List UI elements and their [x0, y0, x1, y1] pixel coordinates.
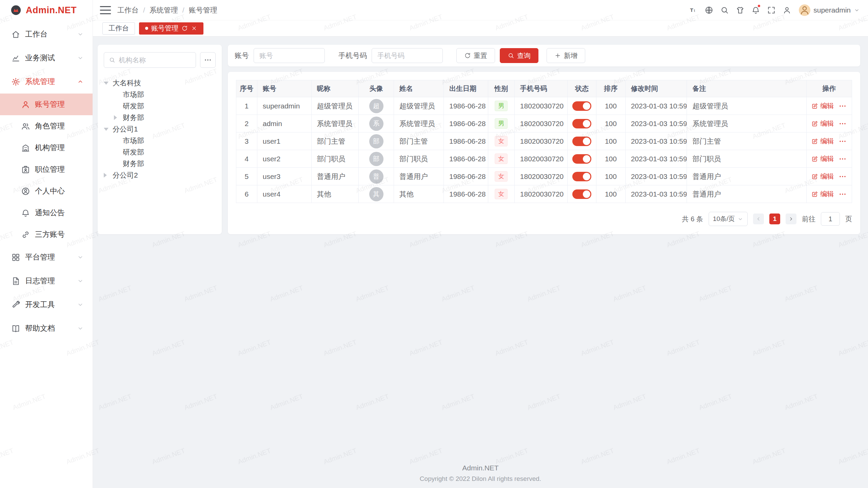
- prev-page-button[interactable]: [753, 214, 764, 224]
- edit-button[interactable]: 编辑: [811, 119, 834, 128]
- account-filter-input[interactable]: [254, 48, 325, 63]
- sidebar-item-help-doc[interactable]: 帮助文档: [0, 317, 93, 340]
- avatar: [799, 4, 810, 16]
- cell-birth: 1986-06-28: [443, 185, 488, 203]
- sidebar-item-org-manage[interactable]: 机构管理: [0, 137, 93, 159]
- status-toggle[interactable]: [572, 119, 591, 128]
- tree-node[interactable]: 研发部: [104, 100, 216, 112]
- sidebar-item-account-manage[interactable]: 账号管理: [0, 94, 93, 115]
- edit-button[interactable]: 编辑: [811, 189, 834, 199]
- tree-more-button[interactable]: [200, 52, 216, 68]
- status-toggle[interactable]: [572, 101, 591, 111]
- edit-button[interactable]: 编辑: [811, 172, 834, 181]
- menu-item-label: 角色管理: [35, 121, 84, 131]
- org-search-input[interactable]: [119, 56, 191, 64]
- cell-ops: 编辑: [806, 133, 852, 150]
- status-toggle[interactable]: [572, 137, 591, 146]
- tab-refresh-button[interactable]: [181, 25, 188, 32]
- close-icon: [191, 25, 197, 32]
- edit-button[interactable]: 编辑: [811, 101, 834, 110]
- sidebar-item-position-manage[interactable]: 职位管理: [0, 159, 93, 180]
- goto-page-input[interactable]: [821, 212, 840, 226]
- chevron-right-icon: [788, 216, 794, 222]
- breadcrumb-item[interactable]: 工作台: [117, 5, 139, 15]
- menu-item-label: 职位管理: [35, 164, 84, 175]
- status-toggle[interactable]: [572, 154, 591, 164]
- profile-button[interactable]: [780, 2, 794, 18]
- cell-avatar: 其: [359, 185, 394, 203]
- row-more-button[interactable]: [839, 137, 847, 145]
- row-more-button[interactable]: [839, 172, 847, 181]
- tree-expand-caret[interactable]: [104, 82, 113, 85]
- sidebar-item-personal-center[interactable]: 个人中心: [0, 180, 93, 202]
- tree-node[interactable]: 市场部: [104, 135, 216, 146]
- language-button[interactable]: [702, 2, 716, 18]
- hamburger-icon: [98, 3, 113, 17]
- menu-item-label: 平台管理: [25, 252, 72, 262]
- tree-node[interactable]: 分公司1: [104, 123, 216, 135]
- topbar-actions: Tt: [686, 2, 794, 18]
- next-page-button[interactable]: [786, 214, 796, 224]
- phone-filter-input[interactable]: [372, 48, 443, 63]
- profile-icon: [21, 187, 30, 196]
- tree-expand-caret[interactable]: [104, 173, 113, 178]
- tab-account-manage[interactable]: 账号管理: [139, 22, 203, 35]
- user-menu[interactable]: superadmin: [799, 4, 860, 16]
- sidebar-item-system-manage[interactable]: 系统管理: [0, 70, 93, 94]
- tree-node-label: 分公司1: [113, 124, 138, 134]
- edit-button[interactable]: 编辑: [811, 137, 834, 146]
- tree-node[interactable]: 市场部: [104, 89, 216, 100]
- grid-icon: [11, 253, 20, 262]
- cell-birth: 1986-06-28: [443, 150, 488, 168]
- sidebar-item-notice[interactable]: 通知公告: [0, 202, 93, 224]
- tree-expand-caret[interactable]: [104, 128, 113, 131]
- page-number-button[interactable]: 1: [769, 214, 780, 224]
- sidebar-item-dev-tools[interactable]: 开发工具: [0, 293, 93, 317]
- sidebar-item-role-manage[interactable]: 角色管理: [0, 115, 93, 137]
- cell-modified: 2023-01-03 10:59:44: [625, 115, 687, 133]
- hamburger-menu-button[interactable]: [98, 2, 113, 18]
- row-more-button[interactable]: [839, 155, 847, 163]
- edit-button[interactable]: 编辑: [811, 154, 834, 163]
- menu-item-label: 个人中心: [35, 186, 84, 196]
- sidebar-item-workbench[interactable]: 工作台: [0, 22, 93, 46]
- sidebar-item-log-manage[interactable]: 日志管理: [0, 269, 93, 293]
- cell-seq: 4: [236, 150, 257, 168]
- cell-gender: 女: [488, 133, 514, 150]
- cell-gender: 男: [488, 115, 514, 133]
- cell-sort: 100: [596, 115, 625, 133]
- tree-node[interactable]: 研发部: [104, 146, 216, 158]
- page-size-select[interactable]: 10条/页: [709, 212, 748, 226]
- tree-node[interactable]: 大名科技: [104, 77, 216, 89]
- sidebar-item-business-test[interactable]: 业务测试: [0, 46, 93, 70]
- fullscreen-button[interactable]: [764, 2, 778, 18]
- row-more-button[interactable]: [839, 102, 847, 110]
- tree-node[interactable]: 财务部: [104, 158, 216, 169]
- tree-node[interactable]: 分公司2: [104, 169, 216, 181]
- sidebar-item-platform-manage[interactable]: 平台管理: [0, 245, 93, 269]
- notifications-button[interactable]: [749, 2, 763, 18]
- status-toggle[interactable]: [572, 189, 591, 199]
- row-more-button[interactable]: [839, 190, 847, 198]
- cell-phone: 18020030720: [514, 185, 567, 203]
- status-toggle[interactable]: [572, 172, 591, 181]
- tree-node[interactable]: 财务部: [104, 112, 216, 123]
- cell-status: [567, 97, 596, 115]
- cell-account: superadmin: [257, 97, 311, 115]
- breadcrumb-item: 账号管理: [189, 5, 217, 15]
- tab-workbench[interactable]: 工作台: [102, 22, 135, 35]
- breadcrumb-item[interactable]: 系统管理: [150, 5, 178, 15]
- reset-button[interactable]: 重置: [456, 48, 495, 63]
- tab-close-button[interactable]: [191, 25, 197, 32]
- tree-expand-caret[interactable]: [114, 115, 123, 120]
- theme-button[interactable]: [733, 2, 747, 18]
- font-size-button[interactable]: Tt: [686, 2, 701, 18]
- query-button[interactable]: 查询: [500, 48, 538, 63]
- add-button[interactable]: 新增: [547, 48, 585, 63]
- logo[interactable]: Admin.NET: [0, 0, 93, 20]
- menu-item-label: 业务测试: [25, 53, 72, 63]
- row-more-button[interactable]: [839, 120, 847, 128]
- org-search-field[interactable]: [104, 52, 196, 68]
- sidebar-item-third-account[interactable]: 三方账号: [0, 224, 93, 245]
- search-button[interactable]: [717, 2, 732, 18]
